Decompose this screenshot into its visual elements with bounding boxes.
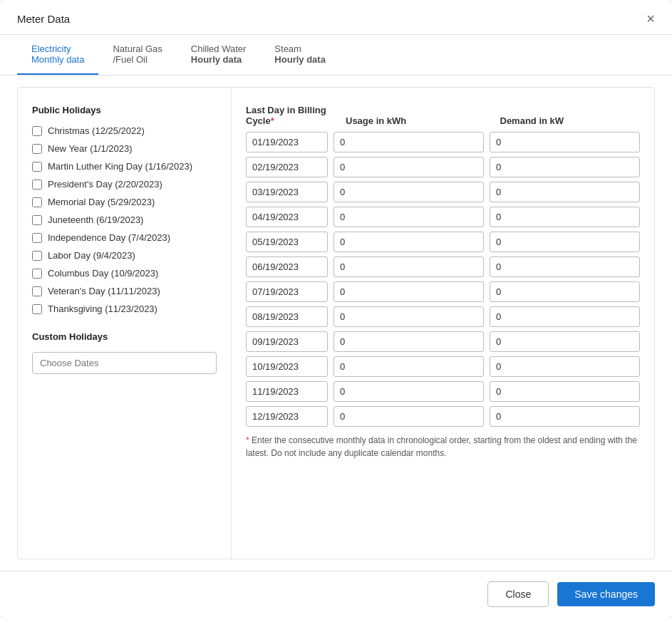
usage-input-11[interactable] bbox=[334, 406, 484, 427]
table-row bbox=[246, 356, 640, 377]
required-indicator: * bbox=[271, 115, 274, 126]
holiday-label: Independence Day (7/4/2023) bbox=[48, 232, 170, 243]
demand-input-1[interactable] bbox=[490, 157, 640, 177]
date-input-7[interactable] bbox=[246, 306, 328, 327]
demand-input-3[interactable] bbox=[490, 207, 640, 227]
demand-input-8[interactable] bbox=[490, 331, 640, 352]
table-row bbox=[246, 157, 640, 177]
tab-chilled-water-line1: Chilled Water bbox=[191, 43, 247, 54]
holiday-item: Thanksgiving (11/23/2023) bbox=[32, 304, 217, 314]
holiday-label: Martin Luther King Day (1/16/2023) bbox=[48, 161, 192, 172]
usage-input-0[interactable] bbox=[334, 132, 484, 152]
date-input-4[interactable] bbox=[246, 232, 328, 252]
date-input-6[interactable] bbox=[246, 281, 328, 302]
public-holidays-title: Public Holidays bbox=[32, 105, 217, 115]
data-rows-container bbox=[246, 132, 640, 427]
close-icon-button[interactable]: × bbox=[646, 11, 655, 34]
table-header: Last Day in Billing Cycle* Usage in kWh … bbox=[246, 105, 640, 126]
holiday-item: Martin Luther King Day (1/16/2023) bbox=[32, 161, 217, 172]
holiday-checkbox-7[interactable] bbox=[32, 251, 42, 261]
save-button[interactable]: Save changes bbox=[557, 582, 655, 606]
usage-input-10[interactable] bbox=[334, 381, 484, 402]
date-input-10[interactable] bbox=[246, 381, 328, 402]
holiday-checkbox-0[interactable] bbox=[32, 126, 42, 136]
holiday-item: New Year (1/1/2023) bbox=[32, 143, 217, 154]
usage-input-9[interactable] bbox=[334, 356, 484, 377]
tab-chilled-water[interactable]: Chilled Water Hourly data bbox=[177, 35, 261, 75]
holiday-checkbox-8[interactable] bbox=[32, 269, 42, 279]
date-input-1[interactable] bbox=[246, 157, 328, 177]
table-row bbox=[246, 306, 640, 327]
tab-steam[interactable]: Steam Hourly data bbox=[260, 35, 340, 75]
tab-electricity-line2: Monthly data bbox=[31, 54, 84, 65]
holiday-checkbox-9[interactable] bbox=[32, 286, 42, 296]
tab-chilled-water-line2: Hourly data bbox=[191, 54, 242, 65]
date-input-0[interactable] bbox=[246, 132, 328, 152]
demand-input-6[interactable] bbox=[490, 281, 640, 302]
usage-input-6[interactable] bbox=[334, 281, 484, 302]
holiday-label: New Year (1/1/2023) bbox=[48, 143, 133, 154]
holiday-list: Christmas (12/25/2022)New Year (1/1/2023… bbox=[32, 125, 217, 314]
modal-title: Meter Data bbox=[17, 13, 70, 33]
demand-input-11[interactable] bbox=[490, 406, 640, 427]
usage-input-7[interactable] bbox=[334, 306, 484, 327]
meter-data-modal: Meter Data × Electricity Monthly data Na… bbox=[0, 0, 672, 617]
demand-input-10[interactable] bbox=[490, 381, 640, 402]
table-row bbox=[246, 281, 640, 302]
holiday-item: Independence Day (7/4/2023) bbox=[32, 232, 217, 243]
holiday-item: President's Day (2/20/2023) bbox=[32, 179, 217, 190]
col-date-header: Last Day in Billing Cycle* bbox=[246, 105, 331, 126]
usage-input-5[interactable] bbox=[334, 256, 484, 277]
tab-electricity[interactable]: Electricity Monthly data bbox=[17, 35, 98, 75]
holiday-item: Christmas (12/25/2022) bbox=[32, 125, 217, 136]
tab-steam-line1: Steam bbox=[274, 43, 301, 54]
custom-holidays-title: Custom Holidays bbox=[32, 331, 217, 342]
holiday-label: Veteran's Day (11/11/2023) bbox=[48, 286, 160, 296]
usage-input-2[interactable] bbox=[334, 182, 484, 202]
usage-input-4[interactable] bbox=[334, 232, 484, 252]
holiday-label: Labor Day (9/4/2023) bbox=[48, 250, 135, 261]
col-demand-header: Demand in kW bbox=[486, 115, 641, 126]
date-input-2[interactable] bbox=[246, 182, 328, 202]
holiday-checkbox-5[interactable] bbox=[32, 215, 42, 225]
choose-dates-input[interactable] bbox=[32, 352, 217, 374]
holiday-item: Juneteenth (6/19/2023) bbox=[32, 214, 217, 225]
footer-note-text: Enter the consecutive monthly data in ch… bbox=[246, 435, 637, 458]
usage-input-3[interactable] bbox=[334, 207, 484, 227]
tab-natural-gas-line1: Natural Gas bbox=[113, 43, 162, 54]
usage-input-8[interactable] bbox=[334, 331, 484, 352]
close-button[interactable]: Close bbox=[487, 581, 549, 607]
holiday-checkbox-6[interactable] bbox=[32, 233, 42, 243]
demand-input-0[interactable] bbox=[490, 132, 640, 152]
custom-holidays-section: Custom Holidays bbox=[32, 331, 217, 374]
modal-footer: Close Save changes bbox=[0, 571, 672, 617]
demand-input-4[interactable] bbox=[490, 232, 640, 252]
table-row bbox=[246, 182, 640, 202]
table-row bbox=[246, 132, 640, 152]
table-row bbox=[246, 207, 640, 227]
demand-input-9[interactable] bbox=[490, 356, 640, 377]
holiday-checkbox-1[interactable] bbox=[32, 144, 42, 154]
demand-input-5[interactable] bbox=[490, 256, 640, 277]
date-input-5[interactable] bbox=[246, 256, 328, 277]
tab-steam-line2: Hourly data bbox=[274, 54, 326, 65]
usage-input-1[interactable] bbox=[334, 157, 484, 177]
demand-input-2[interactable] bbox=[490, 182, 640, 202]
holiday-checkbox-3[interactable] bbox=[32, 180, 42, 190]
date-input-3[interactable] bbox=[246, 207, 328, 227]
holiday-item: Memorial Day (5/29/2023) bbox=[32, 197, 217, 207]
date-input-9[interactable] bbox=[246, 356, 328, 377]
date-input-11[interactable] bbox=[246, 406, 328, 427]
holiday-label: President's Day (2/20/2023) bbox=[48, 179, 162, 190]
holiday-checkbox-4[interactable] bbox=[32, 197, 42, 207]
holiday-label: Memorial Day (5/29/2023) bbox=[48, 197, 155, 207]
holiday-checkbox-10[interactable] bbox=[32, 304, 42, 314]
demand-input-7[interactable] bbox=[490, 306, 640, 327]
tab-natural-gas[interactable]: Natural Gas /Fuel Oil bbox=[98, 35, 176, 75]
table-row bbox=[246, 232, 640, 252]
date-input-8[interactable] bbox=[246, 331, 328, 352]
holiday-label: Thanksgiving (11/23/2023) bbox=[48, 304, 157, 314]
tab-natural-gas-line2: /Fuel Oil bbox=[113, 54, 147, 65]
holiday-item: Veteran's Day (11/11/2023) bbox=[32, 286, 217, 296]
holiday-checkbox-2[interactable] bbox=[32, 162, 42, 172]
